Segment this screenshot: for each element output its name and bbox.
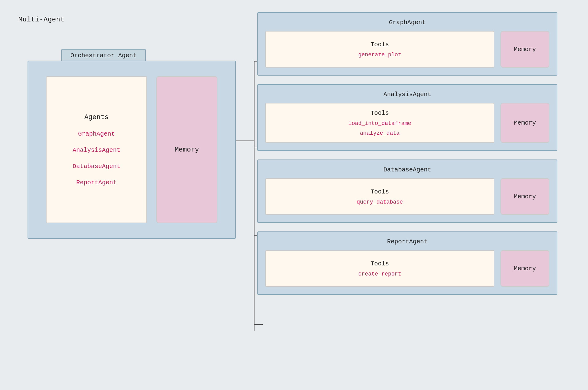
orchestrator-agent-reportagent: ReportAgent bbox=[76, 179, 117, 186]
report-agent-memory-box: Memory bbox=[500, 250, 549, 287]
orchestrator-agent-analysisagent: AnalysisAgent bbox=[73, 147, 120, 154]
orchestrator-agent-graphagent: GraphAgent bbox=[78, 130, 115, 137]
graph-agent-panel: GraphAgent Tools generate_plot Memory bbox=[257, 12, 557, 76]
report-agent-tools-label: Tools bbox=[371, 260, 389, 267]
report-agent-tools-box: Tools create_report bbox=[265, 250, 494, 287]
right-panels: GraphAgent Tools generate_plot Memory An… bbox=[257, 12, 570, 295]
database-agent-title: DatabaseAgent bbox=[265, 166, 549, 173]
report-agent-content: Tools create_report Memory bbox=[265, 250, 549, 287]
orchestrator-tab: Orchestrator Agent bbox=[61, 49, 146, 62]
orchestrator-memory-label: Memory bbox=[175, 146, 199, 154]
agents-title: Agents bbox=[84, 114, 108, 121]
analysis-agent-tool-1: analyze_data bbox=[360, 130, 400, 136]
analysis-agent-panel: AnalysisAgent Tools load_into_dataframe … bbox=[257, 84, 557, 151]
report-agent-title: ReportAgent bbox=[265, 238, 549, 245]
database-agent-memory-label: Memory bbox=[514, 193, 536, 200]
report-agent-memory-label: Memory bbox=[514, 265, 536, 272]
analysis-agent-memory-box: Memory bbox=[500, 103, 549, 143]
report-agent-tool-0: create_report bbox=[358, 271, 401, 277]
analysis-agent-tools-label: Tools bbox=[371, 110, 389, 117]
agents-box: Agents GraphAgent AnalysisAgent Database… bbox=[46, 76, 147, 223]
database-agent-memory-box: Memory bbox=[500, 178, 549, 215]
graph-agent-tools-box: Tools generate_plot bbox=[265, 31, 494, 68]
report-agent-panel: ReportAgent Tools create_report Memory bbox=[257, 231, 557, 295]
database-agent-panel: DatabaseAgent Tools query_database Memor… bbox=[257, 159, 557, 223]
graph-agent-memory-box: Memory bbox=[500, 31, 549, 68]
database-agent-tools-label: Tools bbox=[371, 188, 389, 195]
database-agent-tool-0: query_database bbox=[356, 199, 403, 205]
database-agent-tools-box: Tools query_database bbox=[265, 178, 494, 215]
page-title: Multi-Agent bbox=[18, 16, 65, 24]
graph-agent-memory-label: Memory bbox=[514, 46, 536, 53]
database-agent-content: Tools query_database Memory bbox=[265, 178, 549, 215]
analysis-agent-tool-0: load_into_dataframe bbox=[348, 120, 411, 126]
analysis-agent-title: AnalysisAgent bbox=[265, 91, 549, 98]
graph-agent-content: Tools generate_plot Memory bbox=[265, 31, 549, 68]
orchestrator-agent-databaseagent: DatabaseAgent bbox=[73, 163, 120, 170]
analysis-agent-tools-box: Tools load_into_dataframe analyze_data bbox=[265, 103, 494, 143]
graph-agent-tool-0: generate_plot bbox=[358, 52, 401, 58]
graph-agent-title: GraphAgent bbox=[265, 19, 549, 26]
analysis-agent-memory-label: Memory bbox=[514, 119, 536, 126]
orchestrator-wrapper: Orchestrator Agent Agents GraphAgent Ana… bbox=[28, 49, 236, 239]
orchestrator-memory-box: Memory bbox=[156, 76, 217, 223]
orchestrator-box: Agents GraphAgent AnalysisAgent Database… bbox=[28, 61, 236, 239]
analysis-agent-content: Tools load_into_dataframe analyze_data M… bbox=[265, 103, 549, 143]
graph-agent-tools-label: Tools bbox=[371, 41, 389, 48]
